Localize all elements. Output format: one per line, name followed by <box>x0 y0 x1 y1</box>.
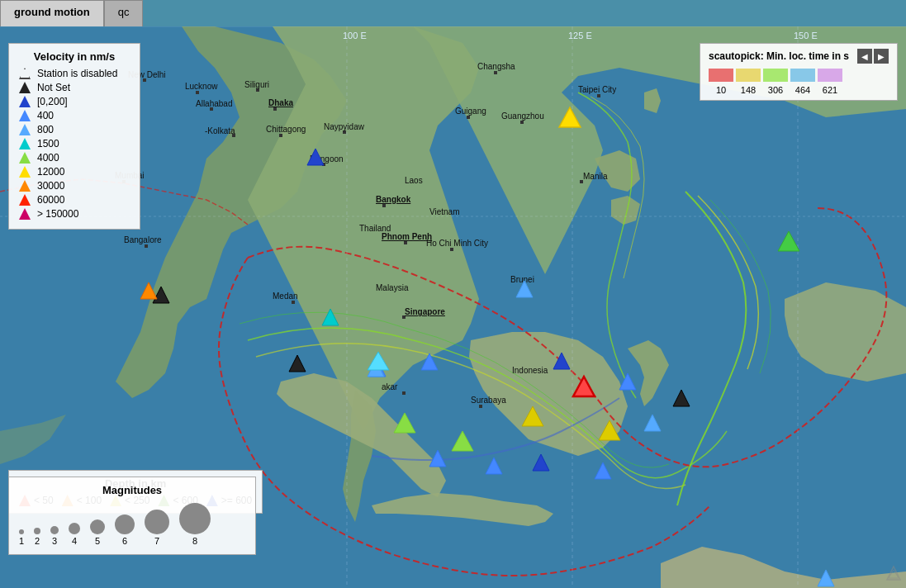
svg-text:Surabaya: Surabaya <box>471 396 506 405</box>
scautopick-panel: scautopick: Min. loc. time in s ◀ ▶ 10 1… <box>700 43 898 101</box>
scale-labels: 10 148 306 464 621 <box>709 85 889 95</box>
svg-text:Medan: Medan <box>273 292 298 301</box>
tab-bar: ground motion qc <box>0 0 143 26</box>
svg-rect-41 <box>597 94 600 97</box>
svg-rect-21 <box>279 134 282 137</box>
legend-item-notset: Not Set <box>19 82 130 93</box>
scautopick-title: scautopick: Min. loc. time in s <box>709 50 849 62</box>
svg-rect-37 <box>404 241 407 244</box>
svg-text:100 E: 100 E <box>343 31 367 40</box>
tab-qc[interactable]: qc <box>104 0 144 26</box>
mag-items: 1 2 3 4 5 6 7 <box>19 503 245 546</box>
svg-text:Phnom Penh: Phnom Penh <box>382 232 432 241</box>
legend-magnitudes: Magnitudes 1 2 3 4 5 <box>8 477 256 555</box>
svg-text:Guangzhou: Guangzhou <box>501 111 544 121</box>
svg-text:Bangkok: Bangkok <box>376 195 411 204</box>
svg-rect-49 <box>292 301 295 304</box>
color-scale <box>709 69 889 82</box>
svg-rect-17 <box>273 107 277 111</box>
svg-text:150 E: 150 E <box>794 31 818 40</box>
color-box-2 <box>736 69 761 82</box>
legend-item-150000: > 150000 <box>19 208 130 220</box>
svg-rect-53 <box>479 405 482 408</box>
svg-text:Allahabad: Allahabad <box>196 99 232 108</box>
svg-text:Bangalore: Bangalore <box>124 235 162 244</box>
svg-rect-45 <box>145 244 148 248</box>
mag-item-4: 4 <box>69 523 80 546</box>
scautopick-arrows: ◀ ▶ <box>857 49 889 64</box>
mag-item-6: 6 <box>115 514 135 546</box>
svg-rect-29 <box>467 116 470 119</box>
svg-text:Brunei: Brunei <box>510 275 534 284</box>
map-container[interactable]: 100 E 125 E 150 E New Delhi Lucknow Sili… <box>0 26 906 588</box>
svg-text:Naypyidaw: Naypyidaw <box>324 122 365 131</box>
svg-text:-Kolkata: -Kolkata <box>205 126 235 135</box>
tab-ground-motion[interactable]: ground motion <box>0 0 104 26</box>
legend-item-1500: 1500 <box>19 138 130 149</box>
svg-text:Manila: Manila <box>583 172 608 181</box>
legend-item-disabled: Station is disabled <box>19 68 130 79</box>
scale-label-1: 10 <box>709 85 733 95</box>
scautopick-prev-button[interactable]: ◀ <box>857 49 872 64</box>
svg-text:Laos: Laos <box>405 176 423 185</box>
svg-text:Guigang: Guigang <box>455 107 486 116</box>
svg-text:akar: akar <box>382 382 398 391</box>
svg-text:Dhaka: Dhaka <box>268 98 293 107</box>
svg-text:125 E: 125 E <box>568 31 592 40</box>
magnitudes-legend-title: Magnitudes <box>19 484 245 496</box>
svg-text:Singapore: Singapore <box>405 307 445 316</box>
legend-item-12000: 12000 <box>19 166 130 178</box>
svg-rect-51 <box>402 391 406 395</box>
svg-text:Chittagong: Chittagong <box>266 125 306 134</box>
color-box-5 <box>818 69 842 82</box>
scale-label-5: 621 <box>818 85 842 95</box>
color-box-4 <box>790 69 815 82</box>
scale-label-2: 148 <box>736 85 761 95</box>
svg-rect-31 <box>520 121 524 124</box>
svg-text:Siliguri: Siliguri <box>244 80 269 89</box>
svg-text:Indonesia: Indonesia <box>512 366 548 375</box>
mag-item-7: 7 <box>145 510 169 546</box>
scale-label-3: 306 <box>763 85 788 95</box>
svg-rect-11 <box>196 91 199 94</box>
legend-item-400: 400 <box>19 110 130 121</box>
legend-item-800: 800 <box>19 124 130 135</box>
svg-text:Thailand: Thailand <box>359 224 391 233</box>
scautopick-header: scautopick: Min. loc. time in s ◀ ▶ <box>709 49 889 64</box>
svg-rect-39 <box>450 248 453 251</box>
mag-item-1: 1 <box>19 529 24 546</box>
color-box-3 <box>763 69 788 82</box>
velocity-legend-title: Velocity in nm/s <box>19 50 130 63</box>
legend-velocity: Velocity in nm/s Station is disabled Not… <box>8 43 140 230</box>
svg-text:Malaysia: Malaysia <box>376 283 409 292</box>
svg-text:Lucknow: Lucknow <box>185 82 218 91</box>
legend-item-4000: 4000 <box>19 152 130 164</box>
mag-item-2: 2 <box>34 528 40 546</box>
bottom-right-icon <box>885 565 902 584</box>
svg-text:Changsha: Changsha <box>477 62 515 71</box>
svg-rect-35 <box>382 204 386 207</box>
legend-item-0-200: [0,200] <box>19 96 130 107</box>
svg-text:Vietnam: Vietnam <box>429 207 460 216</box>
mag-item-5: 5 <box>90 519 105 546</box>
legend-item-60000: 60000 <box>19 194 130 206</box>
scale-label-4: 464 <box>790 85 815 95</box>
color-box-1 <box>709 69 733 82</box>
svg-text:Ho Chi Minh City: Ho Chi Minh City <box>426 239 488 248</box>
mag-item-8: 8 <box>179 503 211 546</box>
legend-item-30000: 30000 <box>19 180 130 192</box>
mag-item-3: 3 <box>50 526 59 546</box>
svg-text:Taipei City: Taipei City <box>578 85 616 94</box>
scautopick-next-button[interactable]: ▶ <box>874 49 889 64</box>
svg-rect-33 <box>494 71 497 74</box>
